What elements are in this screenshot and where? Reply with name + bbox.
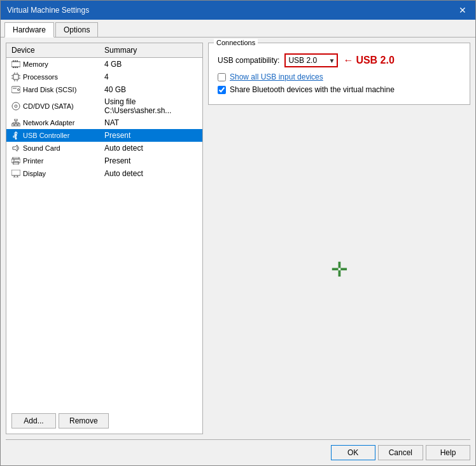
list-item[interactable]: Network Adapter NAT (6, 116, 202, 129)
memory-icon: Memory (11, 60, 104, 68)
svg-rect-16 (11, 86, 20, 93)
device-list-header: Device Summary (6, 43, 202, 58)
show-input-devices-label: Show all USB input devices (230, 72, 323, 81)
printer-icon: Printer (11, 157, 104, 165)
svg-rect-7 (13, 74, 18, 79)
list-item-usb-controller[interactable]: USB Controller Present (6, 129, 202, 142)
bottom-action-buttons: OK Cancel Help (1, 440, 475, 465)
usb2-annotation: ← USB 2.0 (343, 55, 394, 66)
list-item[interactable]: Memory 4 GB (6, 58, 202, 71)
device-list-panel: Device Summary (6, 43, 203, 434)
svg-marker-36 (13, 145, 17, 151)
display-icon: Display (11, 170, 104, 177)
usb-compat-select-wrapper: USB 2.0 USB 3.0 USB 1.1 ▼ (284, 53, 338, 67)
tab-options[interactable]: Options (55, 22, 98, 37)
ok-button[interactable]: OK (331, 445, 375, 460)
move-cursor-icon: ✛ (331, 257, 348, 282)
close-button[interactable]: ✕ (456, 4, 469, 17)
list-item[interactable]: Printer Present (6, 154, 202, 167)
virtual-machine-settings-window: Virtual Machine Settings ✕ Hardware Opti… (0, 0, 476, 466)
title-bar: Virtual Machine Settings ✕ (1, 1, 475, 20)
svg-point-19 (12, 102, 20, 110)
share-bluetooth-row: Share Bluetooth devices with the virtual… (218, 85, 461, 94)
usb-compat-select[interactable]: USB 2.0 USB 3.0 USB 1.1 (286, 55, 337, 66)
usb-icon: USB Controller (11, 131, 104, 140)
sound-icon: Sound Card (11, 144, 104, 152)
col-device-header: Device (11, 46, 104, 55)
list-item[interactable]: Processors 4 (6, 71, 202, 83)
main-content: Device Summary (1, 38, 475, 439)
remove-button[interactable]: Remove (59, 413, 109, 428)
svg-rect-6 (17, 67, 18, 68)
tab-bar: Hardware Options (1, 20, 475, 38)
memory-svg (11, 60, 20, 68)
list-item[interactable]: CD/DVD (SATA) Using file C:\Users\asher.… (6, 96, 202, 116)
usb2-annotation-label: USB 2.0 (356, 55, 394, 66)
show-input-devices-checkbox[interactable] (218, 73, 226, 81)
svg-point-17 (18, 89, 20, 91)
col-summary-header: Summary (104, 46, 197, 55)
svg-point-35 (15, 138, 17, 140)
connections-label: Connections (214, 39, 258, 46)
show-input-devices-row: Show all USB input devices (218, 72, 461, 81)
network-icon: Network Adapter (11, 119, 104, 127)
svg-rect-0 (11, 62, 20, 67)
cancel-button[interactable]: Cancel (378, 445, 423, 460)
usb-compat-label: USB compatibility: (218, 56, 279, 65)
svg-rect-41 (11, 170, 20, 175)
device-list: Memory 4 GB (6, 58, 202, 408)
list-item[interactable]: Sound Card Auto detect (6, 142, 202, 154)
list-item[interactable]: Hard Disk (SCSI) 40 GB (6, 83, 202, 96)
list-item[interactable]: Display Auto detect (6, 167, 202, 180)
help-button[interactable]: Help (426, 445, 470, 460)
arrow-icon: ← (343, 55, 353, 66)
share-bluetooth-checkbox[interactable] (218, 86, 226, 94)
svg-rect-24 (18, 124, 20, 126)
svg-point-20 (15, 105, 17, 107)
svg-rect-34 (13, 136, 15, 137)
svg-rect-3 (17, 60, 18, 62)
svg-rect-4 (13, 67, 14, 68)
connections-group: Connections USB compatibility: USB 2.0 U… (208, 43, 470, 105)
cpu-icon: Processors (11, 72, 104, 81)
svg-rect-22 (11, 124, 14, 126)
svg-rect-1 (13, 60, 14, 62)
right-panel: Connections USB compatibility: USB 2.0 U… (208, 43, 470, 434)
svg-rect-5 (15, 67, 16, 68)
add-button[interactable]: Add... (11, 413, 56, 428)
svg-rect-21 (15, 119, 17, 121)
svg-rect-23 (15, 124, 17, 126)
usb-compat-row: USB compatibility: USB 2.0 USB 3.0 USB 1… (218, 53, 461, 67)
disk-icon: Hard Disk (SCSI) (11, 86, 104, 93)
device-list-buttons: Add... Remove (6, 408, 202, 434)
center-area: ✛ (208, 105, 470, 434)
svg-rect-2 (15, 60, 16, 62)
cdrom-icon: CD/DVD (SATA) (11, 102, 104, 111)
share-bluetooth-label: Share Bluetooth devices with the virtual… (230, 85, 395, 94)
connections-content: USB compatibility: USB 2.0 USB 3.0 USB 1… (218, 53, 461, 94)
svg-rect-38 (11, 159, 20, 163)
window-title: Virtual Machine Settings (7, 6, 89, 15)
tab-hardware[interactable]: Hardware (4, 22, 54, 38)
